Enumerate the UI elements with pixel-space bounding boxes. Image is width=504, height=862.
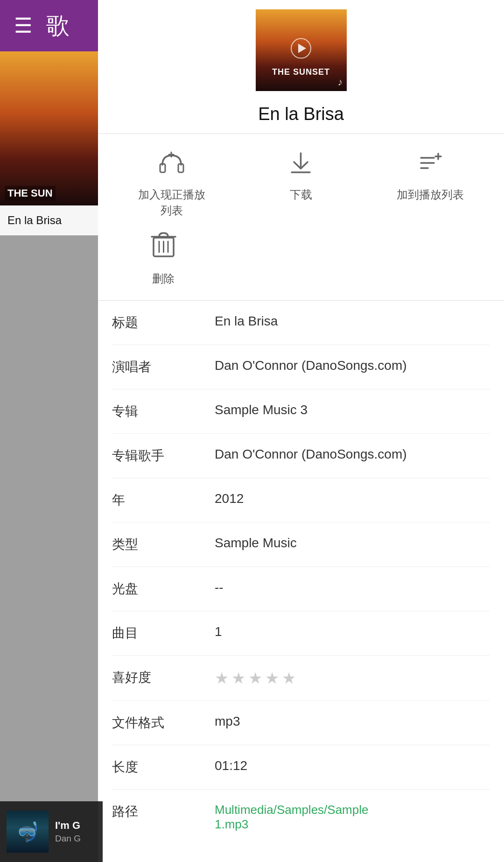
meta-row-genre: 类型 Sample Music xyxy=(112,523,490,567)
add-to-playlist-label: 加到播放列表 xyxy=(397,187,464,203)
meta-key-rating: 喜好度 xyxy=(112,669,215,686)
meta-key-artist: 演唱者 xyxy=(112,358,215,376)
meta-row-title: 标题 En la Brisa xyxy=(112,301,490,345)
meta-key-duration: 长度 xyxy=(112,758,215,776)
meta-value-artist: Dan O'Connor (DanoSongs.com) xyxy=(215,358,490,373)
meta-key-format: 文件格式 xyxy=(112,714,215,732)
playlist-plus-icon xyxy=(416,151,444,180)
detail-album-thumb[interactable]: THE SUNSET ♪ xyxy=(256,9,347,91)
delete-label: 删除 xyxy=(152,271,175,286)
meta-row-rating: 喜好度 ★ ★ ★ ★ ★ xyxy=(112,656,490,701)
meta-key-year: 年 xyxy=(112,491,215,509)
meta-value-genre: Sample Music xyxy=(215,536,490,551)
detail-panel: THE SUNSET ♪ En la Brisa 加入现正播放列表 xyxy=(98,0,504,862)
bottom-bar-album-art: 🤿 xyxy=(7,811,49,853)
delete-button[interactable]: 删除 xyxy=(126,230,201,286)
add-to-current-playlist-label: 加入现正播放列表 xyxy=(138,187,205,218)
meta-value-album-artist: Dan O'Connor (DanoSongs.com) xyxy=(215,447,490,462)
star-4[interactable]: ★ xyxy=(265,669,279,687)
add-to-current-playlist-button[interactable]: 加入现正播放列表 xyxy=(130,151,214,218)
download-icon xyxy=(288,151,314,180)
meta-key-disc: 光盘 xyxy=(112,580,215,598)
meta-key-track: 曲目 xyxy=(112,624,215,642)
download-label: 下载 xyxy=(290,187,312,203)
top-bar-title: 歌 xyxy=(46,10,70,42)
star-3[interactable]: ★ xyxy=(248,669,262,687)
meta-row-album: 专辑 Sample Music 3 xyxy=(112,389,490,434)
meta-key-genre: 类型 xyxy=(112,536,215,553)
meta-row-path: 路径 Multimedia/Samples/Sample1.mp3 xyxy=(112,790,490,845)
meta-key-path: 路径 xyxy=(112,803,215,820)
trash-icon xyxy=(151,230,176,265)
meta-key-album: 专辑 xyxy=(112,403,215,420)
star-1[interactable]: ★ xyxy=(215,669,229,687)
meta-value-year: 2012 xyxy=(215,491,490,506)
meta-row-disc: 光盘 -- xyxy=(112,567,490,611)
meta-key-title: 标题 xyxy=(112,314,215,332)
delete-row: 删除 xyxy=(98,226,504,300)
meta-row-format: 文件格式 mp3 xyxy=(112,701,490,745)
meta-row-album-artist: 专辑歌手 Dan O'Connor (DanoSongs.com) xyxy=(112,434,490,478)
add-to-playlist-button[interactable]: 加到播放列表 xyxy=(388,151,472,203)
action-buttons-row: 加入现正播放列表 下载 xyxy=(98,134,504,226)
star-2[interactable]: ★ xyxy=(231,669,245,687)
meta-row-track: 曲目 1 xyxy=(112,611,490,656)
meta-value-track: 1 xyxy=(215,624,490,639)
bottom-bar-song-title: I'm G xyxy=(55,820,96,832)
meta-value-rating: ★ ★ ★ ★ ★ xyxy=(215,669,490,687)
metadata-table: 标题 En la Brisa 演唱者 Dan O'Connor (DanoSon… xyxy=(98,301,504,845)
meta-key-album-artist: 专辑歌手 xyxy=(112,447,215,465)
detail-song-title: En la Brisa xyxy=(98,91,504,134)
download-button[interactable]: 下载 xyxy=(259,151,343,203)
bg-album-label: THE SUN xyxy=(5,186,56,201)
meta-value-disc: -- xyxy=(215,580,490,595)
meta-value-title: En la Brisa xyxy=(215,314,490,329)
bg-album-section: THE SUN En la Brisa xyxy=(0,51,103,235)
meta-value-path: Multimedia/Samples/Sample1.mp3 xyxy=(215,803,490,832)
meta-value-format: mp3 xyxy=(215,714,490,729)
headphones-plus-icon xyxy=(158,151,186,180)
detail-thumb-container: THE SUNSET ♪ xyxy=(98,0,504,91)
meta-row-year: 年 2012 xyxy=(112,478,490,523)
star-5[interactable]: ★ xyxy=(282,669,296,687)
bg-album-art: THE SUN xyxy=(0,51,103,205)
meta-value-album: Sample Music 3 xyxy=(215,403,490,417)
detail-album-label: THE SUNSET xyxy=(256,67,347,77)
bg-song-item[interactable]: En la Brisa xyxy=(0,205,103,235)
bottom-bar[interactable]: 🤿 I'm G Dan G xyxy=(0,801,103,862)
meta-value-duration: 01:12 xyxy=(215,758,490,773)
menu-icon[interactable]: ☰ xyxy=(14,15,32,36)
detail-music-note-icon: ♪ xyxy=(338,76,343,88)
detail-play-button[interactable] xyxy=(291,38,311,58)
bottom-bar-artist: Dan G xyxy=(55,834,96,844)
meta-row-duration: 长度 01:12 xyxy=(112,745,490,790)
bottom-bar-info: I'm G Dan G xyxy=(55,820,96,844)
meta-row-artist: 演唱者 Dan O'Connor (DanoSongs.com) xyxy=(112,345,490,389)
stars-container[interactable]: ★ ★ ★ ★ ★ xyxy=(215,669,490,687)
